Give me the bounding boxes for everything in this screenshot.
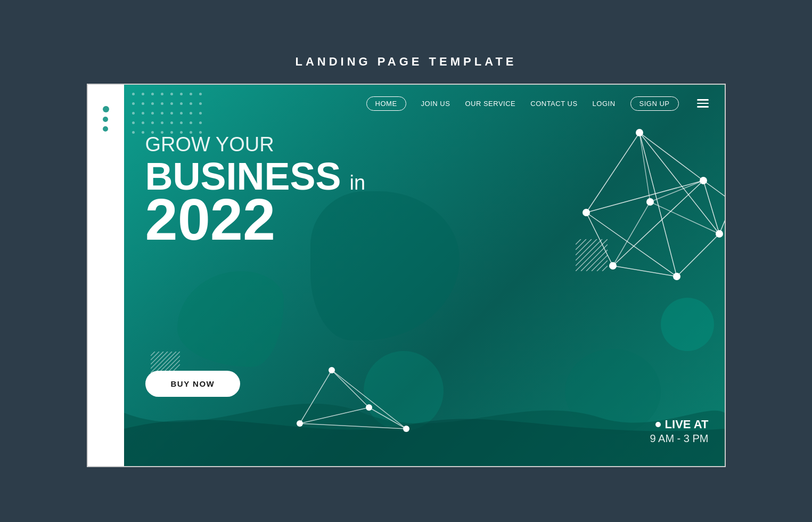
network-graphic-bottom <box>284 338 433 445</box>
nav-contact-us[interactable]: CONTACT US <box>530 100 577 108</box>
sidebar-dot-3 <box>103 126 108 132</box>
template-wrapper: // Will be generated by JS below <box>87 84 726 467</box>
svg-line-27 <box>586 213 613 266</box>
nav-home[interactable]: HOME <box>366 96 406 111</box>
svg-line-34 <box>650 181 703 202</box>
nav-join-us[interactable]: JOIN US <box>421 100 450 108</box>
svg-line-26 <box>613 266 677 276</box>
svg-line-53 <box>300 423 406 429</box>
svg-line-51 <box>300 407 369 423</box>
svg-line-46 <box>719 202 725 234</box>
live-dot-icon <box>655 422 661 427</box>
svg-line-29 <box>639 133 677 276</box>
svg-line-49 <box>332 370 369 407</box>
svg-line-13 <box>151 352 155 356</box>
svg-line-36 <box>650 202 719 234</box>
blob-decoration-2 <box>177 271 284 367</box>
page-title: LANDING PAGE TEMPLATE <box>295 55 516 69</box>
network-graphic-top <box>544 117 725 287</box>
live-at-label: LIVE AT <box>665 418 709 431</box>
hero-in-word: in <box>350 173 366 193</box>
svg-point-57 <box>403 426 409 432</box>
svg-line-37 <box>613 202 650 266</box>
buy-now-label: BUY NOW <box>171 379 215 388</box>
hero-text-block: GROW YOUR BUSINESS in 2022 <box>145 133 366 249</box>
svg-line-14 <box>151 352 159 360</box>
svg-point-41 <box>673 273 680 280</box>
live-at-title: LIVE AT <box>650 418 708 431</box>
svg-point-55 <box>329 367 335 373</box>
sidebar-dot-1 <box>103 106 109 112</box>
navbar: HOME JOIN US OUR SERVICE CONTACT US LOGI… <box>124 85 725 122</box>
svg-point-38 <box>636 129 643 136</box>
nav-login[interactable]: LOGIN <box>593 100 616 108</box>
svg-point-44 <box>646 198 654 206</box>
sidebar-dot-2 <box>103 117 108 122</box>
dot-grid-cell <box>132 131 135 134</box>
buy-now-button[interactable]: BUY NOW <box>145 371 241 397</box>
svg-point-54 <box>297 420 303 427</box>
blob-decoration-4 <box>661 298 714 351</box>
nav-our-service[interactable]: OUR SERVICE <box>465 100 515 108</box>
svg-line-50 <box>369 407 406 429</box>
dot-grid-cell <box>142 131 144 134</box>
live-at-section: LIVE AT 9 AM - 3 PM <box>650 418 708 445</box>
hamburger-menu[interactable] <box>697 99 709 108</box>
live-at-time: 9 AM - 3 PM <box>650 433 708 445</box>
svg-point-56 <box>366 404 372 411</box>
hamburger-line-1 <box>697 99 709 101</box>
svg-line-52 <box>332 370 406 429</box>
hamburger-line-3 <box>697 106 709 108</box>
svg-line-25 <box>677 234 719 276</box>
hero-grow-text: GROW YOUR <box>145 133 366 157</box>
hamburger-line-2 <box>697 103 709 104</box>
svg-point-42 <box>609 262 617 270</box>
svg-line-33 <box>586 213 677 276</box>
svg-line-48 <box>300 370 332 423</box>
nav-sign-up[interactable]: SIGN UP <box>630 96 679 111</box>
svg-point-43 <box>583 209 590 216</box>
left-sidebar <box>88 85 124 466</box>
svg-line-31 <box>586 181 703 213</box>
main-content: // Will be generated by JS below <box>124 85 725 466</box>
svg-line-24 <box>703 181 719 234</box>
svg-line-30 <box>613 181 703 266</box>
sidebar-dots <box>103 106 109 132</box>
hero-year-text: 2022 <box>145 190 366 249</box>
